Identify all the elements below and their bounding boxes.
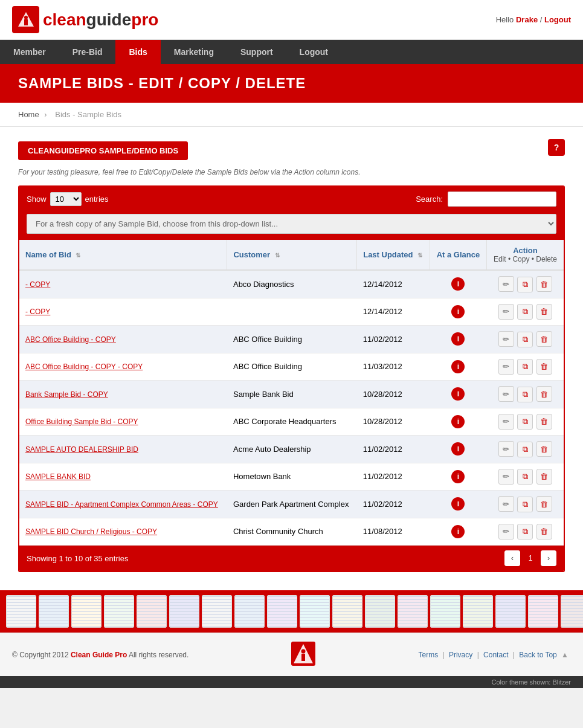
col-last-updated[interactable]: Last Updated ⇅	[357, 240, 430, 270]
edit-button[interactable]: ✏	[498, 414, 514, 430]
next-page-button[interactable]: ›	[541, 550, 556, 566]
help-button[interactable]: ?	[548, 139, 565, 156]
delete-button[interactable]: 🗑	[536, 414, 552, 430]
terms-link[interactable]: Terms	[418, 651, 438, 659]
edit-button[interactable]: ✏	[498, 359, 514, 375]
copy-button[interactable]: ⧉	[517, 332, 533, 347]
copy-button[interactable]: ⧉	[517, 304, 533, 320]
bid-name-link[interactable]: SAMPLE BID - Apartment Complex Common Ar…	[25, 500, 218, 509]
thumbnail-item[interactable]	[267, 595, 297, 628]
nav-item-marketing[interactable]: Marketing	[161, 40, 227, 64]
delete-button[interactable]: 🗑	[536, 469, 552, 485]
thumbnail-item[interactable]	[234, 595, 265, 628]
cell-name: - COPY	[19, 298, 227, 326]
thumbnail-item[interactable]	[398, 595, 428, 628]
copy-button[interactable]: ⧉	[517, 387, 533, 402]
nav-item-member[interactable]: Member	[0, 40, 59, 64]
info-icon[interactable]: i	[451, 387, 465, 401]
nav-item-support[interactable]: Support	[227, 40, 286, 64]
contact-link[interactable]: Contact	[483, 651, 508, 659]
showing-text: Showing 1 to 10 of 35 entries	[27, 554, 128, 563]
edit-button[interactable]: ✏	[498, 496, 514, 512]
copy-button[interactable]: ⧉	[517, 359, 533, 375]
delete-button[interactable]: 🗑	[536, 331, 552, 347]
nav-item-prebid[interactable]: Pre-Bid	[59, 40, 116, 64]
info-icon[interactable]: i	[451, 442, 465, 456]
copy-button[interactable]: ⧉	[517, 442, 533, 457]
delete-button[interactable]: 🗑	[536, 276, 552, 292]
thumbnail-item[interactable]	[202, 595, 232, 628]
info-icon[interactable]: i	[451, 497, 465, 511]
edit-button[interactable]: ✏	[498, 441, 514, 457]
thumbnail-item[interactable]	[169, 595, 199, 628]
thumbnail-item[interactable]	[104, 595, 134, 628]
copy-button[interactable]: ⧉	[517, 277, 533, 292]
logo-icon	[12, 6, 39, 33]
search-input[interactable]	[448, 192, 556, 207]
cell-customer: Hometown Bank	[227, 463, 357, 491]
info-icon[interactable]: i	[451, 415, 465, 428]
info-icon[interactable]: i	[451, 305, 465, 318]
edit-button[interactable]: ✏	[498, 331, 514, 347]
delete-button[interactable]: 🗑	[536, 524, 552, 540]
thumbnail-item[interactable]	[39, 595, 69, 628]
username-link[interactable]: Drake	[516, 15, 538, 24]
thumbnail-item[interactable]	[495, 595, 526, 628]
nav-item-bids[interactable]: Bids	[115, 40, 160, 64]
delete-button[interactable]: 🗑	[536, 359, 552, 375]
edit-button[interactable]: ✏	[498, 276, 514, 292]
thumbnail-item[interactable]	[365, 595, 395, 628]
col-customer[interactable]: Customer ⇅	[227, 240, 357, 270]
edit-button[interactable]: ✏	[498, 304, 514, 320]
sample-bid-dropdown[interactable]: For a fresh copy of any Sample Bid, choo…	[27, 214, 556, 234]
delete-button[interactable]: 🗑	[536, 496, 552, 512]
prev-page-button[interactable]: ‹	[504, 550, 520, 566]
nav-item-logout[interactable]: Logout	[286, 40, 341, 64]
col-action: Action Edit • Copy • Delete	[486, 240, 564, 270]
bid-name-link[interactable]: Bank Sample Bid - COPY	[25, 390, 108, 399]
copy-button[interactable]: ⧉	[517, 497, 533, 512]
bid-name-link[interactable]: SAMPLE AUTO DEALERSHIP BID	[25, 445, 138, 454]
footer-brand-link[interactable]: Clean Guide Pro	[71, 651, 127, 659]
breadcrumb-home[interactable]: Home	[18, 110, 39, 119]
delete-button[interactable]: 🗑	[536, 386, 552, 402]
info-icon[interactable]: i	[451, 277, 465, 291]
bid-name-link[interactable]: - COPY	[25, 308, 50, 316]
back-to-top-link[interactable]: Back to Top	[519, 651, 556, 659]
copy-button[interactable]: ⧉	[517, 469, 533, 485]
bid-name-link[interactable]: ABC Office Building - COPY - COPY	[25, 362, 143, 371]
thumbnail-item[interactable]	[528, 595, 558, 628]
page-1-button[interactable]: 1	[523, 550, 538, 566]
copy-button[interactable]: ⧉	[517, 524, 533, 540]
edit-button[interactable]: ✏	[498, 469, 514, 485]
info-icon[interactable]: i	[451, 332, 465, 346]
thumbnail-item[interactable]	[332, 595, 362, 628]
thumbnail-item[interactable]	[430, 595, 460, 628]
table-row: SAMPLE BID - Apartment Complex Common Ar…	[19, 491, 564, 518]
delete-button[interactable]: 🗑	[536, 304, 552, 320]
thumbnail-item[interactable]	[463, 595, 493, 628]
sample-bids-button[interactable]: CLEANGUIDEPRO SAMPLE/DEMO BIDS	[18, 141, 188, 160]
thumbnail-item[interactable]	[6, 595, 36, 628]
copy-button[interactable]: ⧉	[517, 414, 533, 430]
bid-name-link[interactable]: SAMPLE BID Church / Religious - COPY	[25, 527, 157, 536]
thumbnail-item[interactable]	[300, 595, 330, 628]
edit-button[interactable]: ✏	[498, 386, 514, 402]
bid-name-link[interactable]: SAMPLE BANK BID	[25, 472, 91, 481]
edit-button[interactable]: ✏	[498, 524, 514, 540]
thumbnail-item[interactable]	[561, 595, 583, 628]
info-icon[interactable]: i	[451, 470, 465, 483]
bid-name-link[interactable]: Office Building Sample Bid - COPY	[25, 417, 138, 426]
bid-name-link[interactable]: - COPY	[25, 280, 50, 289]
bid-name-link[interactable]: ABC Office Building - COPY	[25, 335, 116, 344]
show-entries-select[interactable]: 10 25 50 100	[50, 192, 82, 206]
col-name[interactable]: Name of Bid ⇅	[19, 240, 227, 270]
thumbnail-item[interactable]	[71, 595, 101, 628]
info-icon[interactable]: i	[451, 360, 465, 373]
info-icon[interactable]: i	[451, 525, 465, 538]
delete-button[interactable]: 🗑	[536, 441, 552, 457]
logout-link[interactable]: Logout	[544, 15, 571, 24]
table-top-bar: Show 10 25 50 100 entries Search:	[19, 187, 564, 211]
thumbnail-item[interactable]	[137, 595, 167, 628]
privacy-link[interactable]: Privacy	[449, 651, 472, 659]
